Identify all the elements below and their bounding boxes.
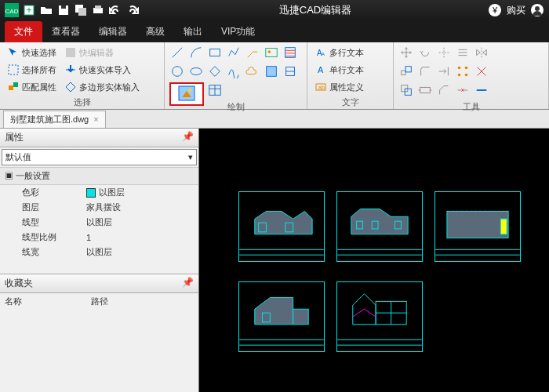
prop-row: 线型以图层 <box>0 215 198 230</box>
break-icon[interactable] <box>455 82 471 98</box>
group-draw-label: 绘制 <box>169 100 302 114</box>
polyline-icon[interactable] <box>226 45 242 60</box>
workspace: 属性📌 默认值▾ ▣ 一般设置 色彩以图层 图层家具摆设 线型以图层 线型比例1… <box>0 129 549 392</box>
cloud-icon[interactable] <box>245 64 260 79</box>
save-icon[interactable] <box>56 3 71 17</box>
tab-viewer[interactable]: 查看器 <box>42 21 89 42</box>
attdef-button[interactable]: ab属性定义 <box>312 79 366 95</box>
main-tabs: 文件 查看器 编辑器 高级 输出 VIP功能 <box>0 20 549 42</box>
new-icon[interactable]: + <box>22 3 36 17</box>
tab-output[interactable]: 输出 <box>174 21 212 42</box>
circle-icon[interactable] <box>169 64 185 79</box>
fillet-icon[interactable] <box>417 64 433 79</box>
saveas-icon[interactable] <box>74 3 88 17</box>
trim-icon[interactable] <box>436 45 452 60</box>
polygon-input-button[interactable]: 多边形实体输入 <box>62 79 142 95</box>
svg-text:A: A <box>322 52 325 56</box>
prop-row: 色彩以图层 <box>0 185 198 200</box>
quick-select-button[interactable]: 快速选择 <box>5 45 59 60</box>
open-icon[interactable] <box>39 3 53 17</box>
svg-point-25 <box>191 68 202 75</box>
user-icon[interactable] <box>530 3 544 17</box>
svg-point-48 <box>465 74 468 77</box>
drawing-thumb[interactable] <box>434 191 521 262</box>
currency-icon[interactable]: ¥ <box>488 3 502 17</box>
mtext-button[interactable]: AA多行文本 <box>312 45 366 60</box>
props-combo[interactable]: 默认值▾ <box>2 149 197 165</box>
svg-marker-26 <box>210 67 220 77</box>
line-icon[interactable] <box>169 45 185 60</box>
svg-rect-27 <box>267 67 277 77</box>
arc-icon[interactable] <box>188 45 204 60</box>
group-select-label: 选择 <box>5 95 159 110</box>
svg-rect-64 <box>447 211 508 238</box>
buy-label[interactable]: 购买 <box>507 4 525 17</box>
tab-file[interactable]: 文件 <box>5 21 42 42</box>
group-text-label: 文字 <box>312 95 388 110</box>
svg-rect-51 <box>420 87 431 93</box>
svg-rect-16 <box>13 82 18 87</box>
tab-editor[interactable]: 编辑器 <box>89 21 136 42</box>
extend-icon[interactable] <box>436 64 452 79</box>
drawing-thumb[interactable] <box>336 191 423 262</box>
rotate-icon[interactable] <box>417 45 433 60</box>
stext-button[interactable]: A单行文本 <box>312 62 366 78</box>
select-all-button[interactable]: 选择所有 <box>5 62 59 78</box>
prop-row: 图层家具摆设 <box>0 200 198 215</box>
properties-panel: 属性📌 默认值▾ ▣ 一般设置 色彩以图层 图层家具摆设 线型以图层 线型比例1… <box>0 129 199 392</box>
favorites-columns: 名称路径 <box>0 293 198 310</box>
tab-vip[interactable]: VIP功能 <box>212 21 264 42</box>
array-icon[interactable] <box>455 64 471 79</box>
scale-icon[interactable] <box>398 64 414 79</box>
close-icon[interactable]: × <box>93 114 98 124</box>
svg-rect-20 <box>210 49 220 56</box>
offset-icon[interactable] <box>455 45 471 60</box>
svg-rect-17 <box>66 48 75 57</box>
svg-line-19 <box>173 48 183 58</box>
hatch-icon[interactable] <box>282 45 298 60</box>
spline-icon[interactable] <box>226 64 242 79</box>
section-general[interactable]: ▣ 一般设置 <box>0 167 198 185</box>
svg-marker-41 <box>477 49 481 55</box>
drawing-canvas[interactable] <box>199 129 549 392</box>
ellipse-icon[interactable] <box>188 64 204 79</box>
drawing-thumb[interactable] <box>238 281 325 352</box>
tab-advanced[interactable]: 高级 <box>136 21 174 42</box>
stretch-icon[interactable] <box>417 82 433 98</box>
svg-rect-9 <box>95 5 101 9</box>
block-icon[interactable] <box>282 64 298 79</box>
region-icon[interactable] <box>264 64 279 79</box>
copy-icon[interactable] <box>398 82 414 98</box>
drawing-thumb[interactable] <box>238 191 325 262</box>
prop-row: 线宽以图层 <box>0 245 198 260</box>
group-tools-label: 工具 <box>398 100 544 114</box>
chevron-down-icon: ▾ <box>188 152 193 162</box>
join-icon[interactable] <box>474 82 489 98</box>
table-icon[interactable] <box>207 82 223 98</box>
svg-rect-21 <box>266 49 277 57</box>
pin-icon[interactable]: 📌 <box>182 131 194 144</box>
redo-icon[interactable] <box>125 3 140 17</box>
chamfer-icon[interactable] <box>436 82 452 98</box>
svg-text:CAD: CAD <box>5 8 19 15</box>
svg-rect-8 <box>93 8 103 13</box>
svg-rect-7 <box>78 8 86 16</box>
image-icon[interactable] <box>264 45 279 60</box>
match-props-button[interactable]: 匹配属性 <box>5 79 59 95</box>
print-icon[interactable] <box>91 3 105 17</box>
move-icon[interactable] <box>398 45 414 60</box>
explode-icon[interactable] <box>474 64 489 79</box>
pin-icon[interactable]: 📌 <box>182 277 194 290</box>
mirror-icon[interactable] <box>474 45 489 60</box>
document-tab[interactable]: 别墅建筑施工图.dwg × <box>3 111 106 128</box>
rect-icon[interactable] <box>207 45 223 60</box>
app-title: 迅捷CAD编辑器 <box>143 3 488 17</box>
quick-import-button[interactable]: 快速实体导入 <box>62 62 142 78</box>
favorites-title: 收藏夹 <box>5 277 33 290</box>
svg-text:¥: ¥ <box>492 5 498 15</box>
svg-point-13 <box>535 6 540 11</box>
leader-icon[interactable] <box>245 45 260 60</box>
drawing-thumb[interactable] <box>336 281 423 352</box>
undo-icon[interactable] <box>108 3 122 17</box>
polygon-icon[interactable] <box>207 64 223 79</box>
